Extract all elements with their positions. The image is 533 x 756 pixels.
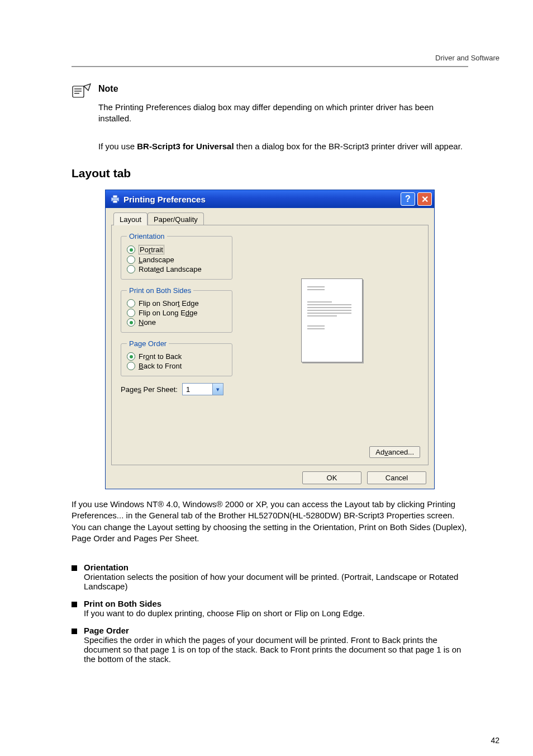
radio-label-rotated: Rotated Landscape: [139, 265, 202, 273]
svg-rect-0: [73, 86, 84, 97]
preview-line: [307, 328, 325, 329]
preview-line: [307, 315, 337, 316]
bullet-label: Page Order: [84, 626, 129, 635]
bullet-text: Orientation Orientation selects the posi…: [84, 563, 468, 591]
group-page-order: Page Order Front to Back Back to Front: [121, 339, 232, 376]
bullet-icon: [72, 565, 77, 571]
radio-icon: [127, 352, 135, 361]
preview-line: [307, 325, 325, 327]
group-print-both-sides: Print on Both Sides Flip on Short Edge F…: [121, 286, 232, 333]
page-number: 42: [491, 736, 499, 745]
radio-icon: [127, 318, 135, 327]
radio-icon: [127, 309, 135, 317]
pages-per-sheet-combo[interactable]: 1 ▾: [182, 383, 223, 395]
t: ge: [189, 309, 197, 317]
dialog-body: Layout Paper/Quality Orientation Portrai…: [106, 208, 434, 489]
radio-rotated-landscape[interactable]: Rotated Landscape: [127, 265, 226, 273]
post-dialog-paragraph: If you use Windows NT® 4.0, Windows® 200…: [72, 499, 468, 544]
bulleted-list: Orientation Orientation selects the posi…: [72, 559, 468, 667]
preview-line: [307, 307, 351, 308]
chevron-down-icon[interactable]: ▾: [212, 384, 223, 395]
radio-label-none: None: [139, 318, 156, 327]
radio-icon: [127, 265, 135, 273]
dialog-footer-buttons: OK Cancel: [302, 471, 426, 484]
radio-label-portrait: Portrait: [139, 245, 164, 254]
t: Page: [121, 385, 137, 394]
bullet-orientation: Orientation Orientation selects the posi…: [72, 563, 468, 591]
radio-icon: [127, 362, 135, 370]
bullet-body: Orientation selects the position of how …: [84, 572, 458, 591]
t: Flip on Long E: [139, 309, 185, 317]
preview-line: [307, 289, 325, 290]
note-paragraph-2: If you use BR-Script3 for Universal then…: [98, 141, 468, 152]
dialog-title: Printing Preferences: [123, 195, 398, 204]
radio-label-landscape: Landscape: [139, 256, 174, 264]
t: d: [185, 309, 189, 317]
t: trait: [151, 245, 163, 254]
radio-icon: [127, 245, 135, 254]
t: Edge: [180, 299, 199, 308]
svg-rect-6: [113, 200, 117, 203]
section-heading: Layout tab: [72, 167, 131, 180]
legend-page-order: Page Order: [127, 339, 169, 348]
bullet-icon: [72, 629, 77, 634]
radio-icon: [127, 256, 135, 264]
radio-label-short: Flip on Short Edge: [139, 299, 199, 308]
t: Flip on Shor: [139, 299, 178, 308]
note-icon: [72, 83, 92, 100]
bullet-icon: [72, 602, 77, 607]
radio-flip-short-edge[interactable]: Flip on Short Edge: [127, 299, 226, 308]
t: nt to Back: [150, 352, 182, 361]
radio-front-to-back[interactable]: Front to Back: [127, 352, 226, 361]
radio-back-to-front[interactable]: Back to Front: [127, 362, 226, 370]
advanced-button[interactable]: Advanced...: [369, 446, 420, 458]
t: B: [139, 362, 144, 370]
bullet-body: Specifies the order in which the pages o…: [84, 635, 461, 664]
tab-paper-quality[interactable]: Paper/Quality: [147, 212, 204, 225]
t: ack to Front: [144, 362, 182, 370]
close-button[interactable]: ✕: [417, 192, 432, 206]
preview-line: [307, 313, 351, 314]
note-p2-prefix: If you use: [98, 141, 137, 151]
radio-label-long: Flip on Long Edge: [139, 309, 198, 317]
t: andscape: [142, 256, 174, 264]
preview-line: [307, 301, 332, 303]
tab-panel-layout: Orientation Portrait Landscape Rotated L…: [111, 225, 429, 465]
preview-line: [307, 310, 351, 311]
bullet-page-order: Page Order Specifies the order in which …: [72, 626, 468, 664]
pages-per-sheet-label: Pages Per Sheet:: [121, 385, 178, 394]
radio-icon: [127, 299, 135, 308]
cancel-button[interactable]: Cancel: [367, 471, 426, 484]
titlebar: Printing Preferences ? ✕: [106, 190, 434, 208]
note-p2-driver: BR-Script3 for Universal: [137, 141, 234, 151]
pages-per-sheet-value: 1: [183, 385, 212, 394]
print-preview: [248, 237, 416, 404]
bullet-label: Orientation: [84, 563, 129, 572]
svg-rect-5: [113, 195, 117, 198]
t: one: [144, 318, 156, 327]
tab-layout[interactable]: Layout: [113, 212, 147, 225]
t: d Landscape: [160, 265, 201, 273]
ok-button[interactable]: OK: [302, 471, 361, 484]
t: Per Sheet:: [141, 385, 178, 394]
t: Po: [140, 245, 149, 254]
document-page: Note The Printing Preferences dialog box…: [0, 0, 533, 756]
page-header-label: Driver and Software: [435, 54, 499, 62]
bullet-print-both-sides: Print on Both Sides If you want to do du…: [72, 599, 468, 618]
help-button[interactable]: ?: [401, 192, 415, 206]
tabstrip: Layout Paper/Quality: [111, 212, 429, 225]
radio-portrait[interactable]: Portrait: [127, 245, 226, 254]
t: Fr: [139, 352, 145, 361]
radio-none[interactable]: None: [127, 318, 226, 327]
note-heading: Note: [98, 84, 118, 94]
bullet-body: If you want to do duplex printing, choos…: [84, 608, 365, 618]
t: Ad: [375, 448, 384, 456]
t: N: [139, 318, 144, 327]
group-orientation: Orientation Portrait Landscape Rotated L…: [121, 232, 232, 280]
t: o: [145, 352, 149, 361]
radio-label-btf: Back to Front: [139, 362, 182, 370]
radio-flip-long-edge[interactable]: Flip on Long Edge: [127, 309, 226, 317]
header-rule: [72, 66, 468, 67]
radio-landscape[interactable]: Landscape: [127, 256, 226, 264]
printer-icon: [110, 194, 120, 204]
